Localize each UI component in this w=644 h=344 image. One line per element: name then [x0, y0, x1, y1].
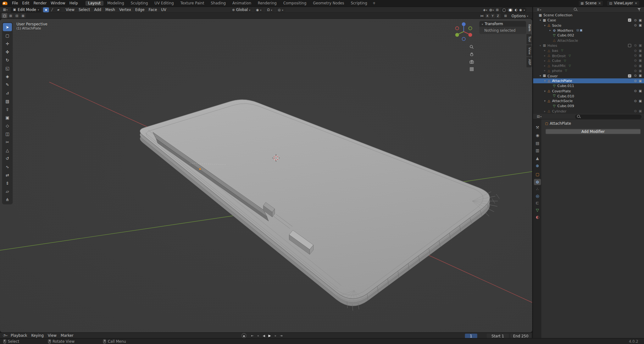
- hide-in-viewport-icon[interactable]: ⊙: [633, 99, 638, 103]
- item-name[interactable]: CoverPlate: [552, 89, 571, 93]
- search-icon[interactable]: [574, 8, 578, 12]
- outliner-row[interactable]: ▾ ▦ Holes ✓ ⊙ ▣: [533, 43, 644, 48]
- vertex-select-mode-button[interactable]: ▪: [43, 7, 49, 12]
- expand-arrow-icon[interactable]: ▾: [543, 24, 547, 27]
- disable-in-render-icon[interactable]: ▣: [638, 49, 643, 52]
- tool-button[interactable]: ⇄: [3, 171, 12, 179]
- disable-in-render-icon[interactable]: ▣: [638, 69, 643, 73]
- transport-button[interactable]: ⇤: [250, 333, 255, 338]
- gizmo-toggle[interactable]: ◈ ▾: [483, 8, 487, 12]
- add-modifier-button[interactable]: Add Modifier: [546, 129, 641, 134]
- item-name[interactable]: Cube: [552, 59, 561, 63]
- tool-button[interactable]: ◈: [3, 72, 12, 80]
- disable-in-render-icon[interactable]: ▣: [638, 24, 643, 27]
- tool-button[interactable]: ✎: [3, 80, 12, 89]
- wireframe-shading-button[interactable]: ◯: [502, 8, 506, 12]
- outliner-row[interactable]: △ AttachSocle ✓ ⊙ ▣: [533, 38, 644, 43]
- disable-in-render-icon[interactable]: ▣: [638, 44, 643, 47]
- viewport-menu[interactable]: Add: [92, 8, 103, 12]
- hide-in-viewport-icon[interactable]: ⊙: [633, 49, 638, 52]
- outliner-row[interactable]: ▸ △ Cube ▽ ✓ ⊙ ▣: [533, 58, 644, 63]
- select-mode-option-button[interactable]: ⊠: [20, 13, 26, 18]
- expand-arrow-icon[interactable]: ▸: [548, 29, 552, 32]
- tool-button[interactable]: △: [3, 146, 12, 154]
- timeline-menu[interactable]: View: [46, 333, 59, 337]
- transport-button[interactable]: ◀: [261, 333, 267, 338]
- tool-button[interactable]: ◫: [3, 130, 12, 138]
- scene-unlink-icon[interactable]: ✕: [598, 2, 601, 5]
- expand-arrow-icon[interactable]: ▸: [543, 59, 547, 62]
- tool-button[interactable]: ⇕: [3, 179, 12, 187]
- item-name[interactable]: Cylinder: [552, 109, 566, 113]
- hide-in-viewport-icon[interactable]: ⊙: [633, 54, 638, 57]
- workspace-tab[interactable]: Modeling: [104, 1, 127, 6]
- sidebar-tab[interactable]: View: [526, 45, 532, 56]
- expand-arrow-icon[interactable]: ▾: [538, 19, 542, 22]
- viewport-menu[interactable]: UV: [159, 8, 169, 12]
- workspace-tab[interactable]: Layout: [85, 1, 103, 6]
- outliner-row[interactable]: ▸ △ bas ▽ ✓ ⊙ ▣: [533, 48, 644, 53]
- solid-shading-button[interactable]: ●: [508, 8, 513, 12]
- viewport-menu[interactable]: Select: [76, 8, 92, 12]
- material-shading-button[interactable]: ◐: [515, 8, 518, 12]
- navigation-gizmo[interactable]: [452, 20, 475, 43]
- collection-checkbox[interactable]: ✓: [628, 19, 631, 22]
- mirror-axis-toggle[interactable]: Z: [496, 14, 501, 18]
- item-name[interactable]: Case: [547, 18, 556, 22]
- outliner-editor-button[interactable]: ≣ ▾: [536, 8, 542, 12]
- item-name[interactable]: Modifiers: [557, 28, 573, 32]
- frame-start-field[interactable]: Start 1: [487, 334, 509, 338]
- outliner-row[interactable]: ▸ △ hautMic ▽ ✓ ⊙ ▣: [533, 63, 644, 68]
- auto-key-record-button[interactable]: ●: [242, 333, 247, 338]
- viewport-menu[interactable]: Face: [147, 8, 159, 12]
- expand-arrow-icon[interactable]: ▸: [543, 49, 547, 52]
- properties-tab[interactable]: ⚒: [534, 124, 541, 131]
- item-name[interactable]: Holes: [547, 43, 557, 47]
- collection-checkbox[interactable]: ✓: [628, 44, 631, 47]
- tool-button[interactable]: ⋔: [3, 195, 12, 204]
- topbar-menu[interactable]: Edit: [20, 1, 31, 5]
- tool-button[interactable]: ◇: [3, 122, 12, 130]
- timeline-menu[interactable]: Playback: [8, 333, 29, 337]
- properties-tab[interactable]: ∴: [534, 186, 541, 192]
- outliner-row[interactable]: ▸ △ BtrDroit ▽ ✓ ⊙ ▣: [533, 53, 644, 58]
- outliner-row[interactable]: ▦ Scene Collection ✓ ⊙ ▣: [533, 13, 644, 18]
- disable-in-render-icon[interactable]: ▣: [638, 19, 643, 22]
- disable-in-render-icon[interactable]: ▣: [638, 99, 643, 103]
- 3d-viewport[interactable]: User Perspective (1) AttachPlate ➤▢✛✜↻◱◈…: [0, 19, 532, 332]
- collection-checkbox[interactable]: ✓: [628, 74, 631, 77]
- hide-in-viewport-icon[interactable]: ⊙: [633, 19, 638, 22]
- filter-icon[interactable]: [637, 8, 641, 12]
- sidebar-tab[interactable]: ABP: [526, 57, 532, 67]
- timeline-menu[interactable]: Keying: [29, 333, 46, 337]
- viewlayer-selector[interactable]: ▤ ViewLayer ✕: [607, 0, 640, 6]
- item-name[interactable]: Cover: [547, 74, 558, 78]
- topbar-menu[interactable]: Render: [31, 1, 49, 5]
- item-name[interactable]: hautMic: [552, 64, 566, 68]
- modifier-toggle-icons[interactable]: ⊡▣: [577, 29, 584, 32]
- workspace-tab[interactable]: Compositing: [280, 1, 309, 6]
- tool-button[interactable]: ↻: [3, 56, 12, 64]
- workspace-tab[interactable]: UV Editing: [152, 1, 177, 6]
- hide-in-viewport-icon[interactable]: ⊙: [633, 74, 638, 78]
- tool-button[interactable]: ⇧: [3, 105, 12, 113]
- properties-tab[interactable]: ▤: [534, 140, 541, 146]
- properties-tab[interactable]: ◐: [534, 214, 541, 220]
- transport-button[interactable]: »: [273, 333, 278, 338]
- viewport-menu[interactable]: Mesh: [103, 8, 117, 12]
- properties-tab[interactable]: ▲: [534, 155, 541, 161]
- topbar-menu[interactable]: Help: [67, 1, 80, 5]
- pan-button[interactable]: [468, 51, 475, 57]
- item-name[interactable]: BtrDroit: [552, 53, 566, 57]
- breadcrumb-object-name[interactable]: AttachPlate: [550, 122, 571, 126]
- hide-in-viewport-icon[interactable]: ⊙: [633, 109, 638, 113]
- disable-in-render-icon[interactable]: ▣: [638, 74, 643, 78]
- scene-selector[interactable]: ▦ Scene ✕: [578, 0, 603, 6]
- properties-tab[interactable]: ▢: [534, 171, 541, 177]
- outliner-row[interactable]: ▽ Cube.009 ✓ ⊙ ▣: [533, 104, 644, 109]
- snap-dropdown[interactable]: Ω ▾: [265, 8, 274, 13]
- item-name[interactable]: AttachSocle: [552, 99, 573, 103]
- expand-arrow-icon[interactable]: ▾: [538, 74, 542, 77]
- transport-button[interactable]: «: [255, 333, 261, 338]
- transport-button[interactable]: ⇥: [279, 333, 284, 338]
